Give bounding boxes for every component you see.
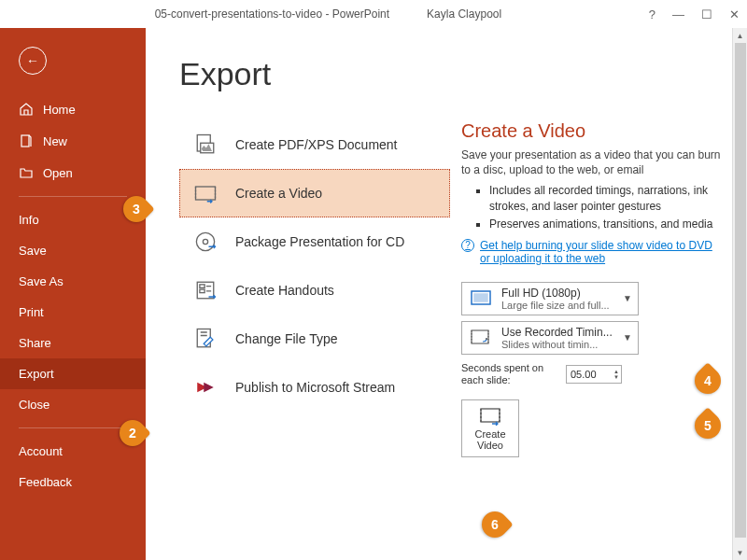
content-area: Export Create PDF/XPS Document Create a … (146, 28, 747, 560)
divider (19, 196, 127, 197)
chevron-down-icon: ▼ (623, 332, 632, 343)
help-link[interactable]: ? Get help burning your slide show video… (461, 239, 721, 265)
video-icon (190, 178, 220, 208)
sidebar-item-export[interactable]: Export (0, 358, 146, 389)
svg-rect-7 (200, 285, 204, 288)
panel-heading: Create a Video (461, 120, 721, 142)
sidebar-item-feedback[interactable]: Feedback (0, 467, 146, 497)
sidebar-label: Feedback (19, 475, 72, 489)
svg-rect-3 (196, 187, 216, 200)
sidebar-label: Save As (19, 274, 63, 288)
sidebar-label: Close (19, 398, 49, 412)
sidebar-item-print[interactable]: Print (0, 297, 146, 328)
dropdown-subtitle: Slides without timin... (501, 339, 615, 350)
help-icon: ? (461, 239, 474, 252)
backstage-sidebar: Home New Open Info Save Save As Print Sh… (0, 28, 146, 560)
export-item-video[interactable]: Create a Video (179, 169, 450, 217)
scroll-down-icon[interactable]: ▼ (733, 545, 747, 560)
seconds-label: Seconds spent on each slide: (461, 362, 555, 386)
user-name: Kayla Claypool (427, 7, 501, 21)
sidebar-label: New (43, 134, 67, 148)
svg-point-4 (196, 232, 214, 250)
help-link-text: Get help burning your slide show video t… (480, 239, 721, 265)
sidebar-item-save[interactable]: Save (0, 235, 146, 266)
title-bar: 05-convert-presentations-to-video - Powe… (0, 0, 747, 28)
export-options-list: Create PDF/XPS Document Create a Video P… (179, 120, 450, 457)
sidebar-label: Info (19, 213, 39, 227)
seconds-value: 05.00 (571, 369, 597, 380)
create-video-icon (479, 407, 501, 426)
svg-rect-8 (200, 289, 204, 293)
sidebar-label: Home (43, 103, 76, 117)
export-label: Create a Video (235, 186, 322, 201)
sidebar-item-saveas[interactable]: Save As (0, 266, 146, 297)
dropdown-title: Use Recorded Timin... (501, 326, 615, 339)
monitor-icon (468, 287, 494, 310)
dropdown-title: Full HD (1080p) (501, 287, 615, 300)
scroll-up-icon[interactable]: ▲ (733, 28, 747, 43)
help-button[interactable]: ? (649, 7, 655, 21)
export-label: Package Presentation for CD (235, 234, 404, 249)
video-settings-panel: Create a Video Save your presentation as… (461, 120, 747, 457)
export-item-handouts[interactable]: Create Handouts (179, 266, 450, 315)
sidebar-item-share[interactable]: Share (0, 328, 146, 358)
sidebar-item-new[interactable]: New (0, 125, 146, 157)
panel-description: Save your presentation as a video that y… (461, 147, 721, 177)
spinner-down-icon[interactable]: ▼ (613, 374, 619, 380)
sidebar-label: Account (19, 444, 63, 458)
svg-rect-14 (481, 409, 500, 422)
export-item-stream[interactable]: Publish to Microsoft Stream (179, 363, 450, 412)
svg-rect-11 (474, 294, 487, 301)
export-item-pdf[interactable]: Create PDF/XPS Document (179, 120, 450, 169)
svg-point-5 (203, 239, 207, 244)
export-label: Create PDF/XPS Document (235, 137, 398, 152)
close-button[interactable]: ✕ (729, 7, 740, 21)
sidebar-item-close[interactable]: Close (0, 389, 146, 420)
timings-dropdown[interactable]: Use Recorded Timin... Slides without tim… (461, 321, 639, 355)
document-title: 05-convert-presentations-to-video - Powe… (155, 7, 389, 21)
feature-list: Includes all recorded timings, narration… (461, 183, 721, 231)
export-label: Publish to Microsoft Stream (235, 380, 395, 395)
resolution-dropdown[interactable]: Full HD (1080p) Large file size and full… (461, 282, 639, 315)
sidebar-item-open[interactable]: Open (0, 157, 146, 189)
dropdown-subtitle: Large file size and full... (501, 300, 615, 311)
page-title: Export (179, 56, 747, 92)
back-button[interactable] (19, 47, 47, 75)
sidebar-label: Save (19, 244, 47, 258)
sidebar-label: Print (19, 305, 44, 319)
sidebar-label: Share (19, 336, 51, 350)
create-video-button[interactable]: CreateVideo (461, 399, 519, 457)
stream-icon (190, 372, 220, 402)
home-icon (19, 102, 34, 117)
handouts-icon (190, 275, 220, 305)
sidebar-label: Open (43, 166, 73, 180)
sidebar-label: Export (19, 367, 54, 381)
feature-item: Preserves animations, transitions, and m… (489, 217, 721, 231)
chevron-down-icon: ▼ (623, 293, 632, 303)
svg-point-13 (486, 338, 487, 339)
minimize-button[interactable]: — (672, 7, 684, 21)
pdf-icon (190, 130, 220, 160)
feature-item: Includes all recorded timings, narration… (489, 183, 721, 213)
divider (19, 427, 127, 428)
export-item-filetype[interactable]: Change File Type (179, 315, 450, 363)
maximize-button[interactable]: ☐ (701, 7, 712, 21)
new-icon (19, 133, 34, 148)
export-label: Change File Type (235, 331, 337, 346)
scroll-thumb[interactable] (735, 43, 746, 538)
vertical-scrollbar[interactable]: ▲ ▼ (732, 28, 747, 560)
svg-rect-0 (21, 135, 29, 147)
export-item-package[interactable]: Package Presentation for CD (179, 217, 450, 266)
cd-icon (190, 227, 220, 257)
open-icon (19, 165, 34, 180)
sidebar-item-home[interactable]: Home (0, 93, 146, 125)
seconds-spinner[interactable]: 05.00 ▲▼ (566, 365, 622, 384)
svg-rect-12 (472, 330, 488, 343)
timings-icon (468, 327, 494, 349)
export-label: Create Handouts (235, 283, 334, 298)
filetype-icon (190, 324, 220, 354)
